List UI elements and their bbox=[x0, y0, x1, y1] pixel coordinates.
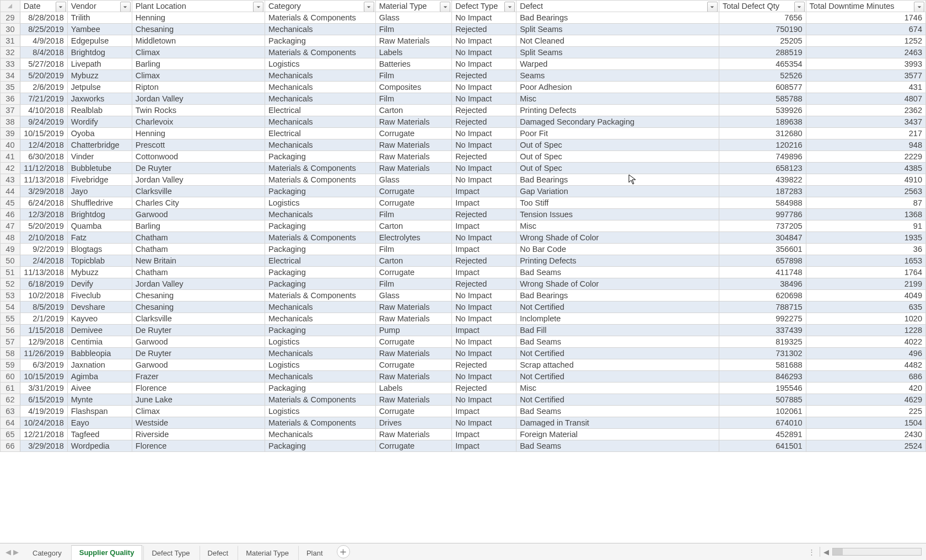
cell-defect_type[interactable]: No Impact bbox=[452, 417, 516, 429]
cell-defect[interactable]: Printing Defects bbox=[516, 255, 719, 267]
cell-qty[interactable]: 439822 bbox=[719, 174, 806, 186]
cell-category[interactable]: Materials & Components bbox=[265, 232, 376, 244]
cell-defect_type[interactable]: No Impact bbox=[452, 174, 516, 186]
cell-vendor[interactable]: Jaxworks bbox=[67, 93, 132, 105]
cell-defect[interactable]: Not Certified bbox=[516, 394, 719, 406]
cell-material[interactable]: Corrugate bbox=[375, 128, 452, 139]
cell-vendor[interactable]: Bubbletube bbox=[67, 163, 132, 174]
cell-category[interactable]: Logistics bbox=[265, 336, 376, 348]
table-row[interactable]: 4211/12/2018BubbletubeDe RuyterMaterials… bbox=[1, 163, 926, 174]
cell-vendor[interactable]: Fatz bbox=[67, 232, 132, 244]
cell-defect_type[interactable]: Rejected bbox=[452, 209, 516, 220]
cell-downtime[interactable]: 2563 bbox=[806, 186, 925, 197]
cell-defect[interactable]: Poor Fit bbox=[516, 128, 719, 139]
cell-plant[interactable]: Barling bbox=[132, 220, 265, 232]
table-row[interactable]: 308/25/2019YambeeChesaningMechanicalsFil… bbox=[1, 24, 926, 35]
cell-plant[interactable]: Ripton bbox=[132, 82, 265, 93]
cell-vendor[interactable]: Chatterbridge bbox=[67, 139, 132, 151]
cell-plant[interactable]: Middletown bbox=[132, 35, 265, 47]
cell-qty[interactable]: 25205 bbox=[719, 35, 806, 47]
cell-qty[interactable]: 539926 bbox=[719, 105, 806, 116]
cell-defect_type[interactable]: Rejected bbox=[452, 383, 516, 394]
cell-defect[interactable]: Split Seams bbox=[516, 47, 719, 58]
cell-material[interactable]: Labels bbox=[375, 383, 452, 394]
sheet-tab[interactable]: Category bbox=[24, 546, 70, 560]
cell-downtime[interactable]: 91 bbox=[806, 220, 925, 232]
filter-dropdown-icon[interactable] bbox=[504, 2, 515, 12]
table-row[interactable]: 389/24/2019WordifyCharlevoixMechanicalsR… bbox=[1, 116, 926, 128]
cell-date[interactable]: 3/31/2019 bbox=[20, 383, 67, 394]
row-number[interactable]: 37 bbox=[1, 105, 20, 116]
scroll-left-icon[interactable]: ◀ bbox=[823, 548, 829, 556]
cell-category[interactable]: Materials & Components bbox=[265, 163, 376, 174]
cell-plant[interactable]: Cottonwood bbox=[132, 151, 265, 163]
cell-plant[interactable]: Charles City bbox=[132, 197, 265, 209]
cell-category[interactable]: Logistics bbox=[265, 197, 376, 209]
cell-category[interactable]: Mechanicals bbox=[265, 82, 376, 93]
table-row[interactable]: 314/9/2018EdgepulseMiddletownPackagingRa… bbox=[1, 35, 926, 47]
table-row[interactable]: 6010/15/2019AgimbaFrazerMechanicalsRaw M… bbox=[1, 371, 926, 383]
cell-qty[interactable]: 608577 bbox=[719, 82, 806, 93]
cell-category[interactable]: Packaging bbox=[265, 325, 376, 336]
table-row[interactable]: 526/18/2019DevifyJordan ValleyPackagingF… bbox=[1, 278, 926, 290]
cell-material[interactable]: Raw Materials bbox=[375, 301, 452, 313]
cell-date[interactable]: 3/29/2018 bbox=[20, 440, 67, 452]
cell-vendor[interactable]: Mybuzz bbox=[67, 267, 132, 278]
cell-date[interactable]: 11/12/2018 bbox=[20, 163, 67, 174]
table-row[interactable]: 613/31/2019AiveeFlorencePackagingLabelsR… bbox=[1, 383, 926, 394]
table-row[interactable]: 596/3/2019JaxnationGarwoodLogisticsCorru… bbox=[1, 359, 926, 371]
cell-plant[interactable]: Jordan Valley bbox=[132, 93, 265, 105]
cell-vendor[interactable]: Oyoba bbox=[67, 128, 132, 139]
cell-plant[interactable]: Westside bbox=[132, 417, 265, 429]
table-row[interactable]: 5111/13/2018MybuzzChathamPackagingCorrug… bbox=[1, 267, 926, 278]
column-header-vendor[interactable]: Vendor bbox=[67, 1, 132, 12]
table-row[interactable]: 6512/21/2018TagfeedRiversideMechanicalsR… bbox=[1, 429, 926, 440]
cell-date[interactable]: 10/24/2018 bbox=[20, 417, 67, 429]
cell-defect_type[interactable]: No Impact bbox=[452, 139, 516, 151]
cell-material[interactable]: Raw Materials bbox=[375, 35, 452, 47]
cell-category[interactable]: Mechanicals bbox=[265, 371, 376, 383]
cell-vendor[interactable]: Wordify bbox=[67, 116, 132, 128]
cell-defect[interactable]: Not Certified bbox=[516, 348, 719, 359]
cell-defect_type[interactable]: No Impact bbox=[452, 371, 516, 383]
table-row[interactable]: 352/6/2019JetpulseRiptonMechanicalsCompo… bbox=[1, 82, 926, 93]
cell-downtime[interactable]: 431 bbox=[806, 82, 925, 93]
cell-qty[interactable]: 584988 bbox=[719, 197, 806, 209]
table-row[interactable]: 298/28/2018TrilithHenningMaterials & Com… bbox=[1, 12, 926, 24]
cell-material[interactable]: Corrugate bbox=[375, 336, 452, 348]
cell-defect_type[interactable]: Rejected bbox=[452, 278, 516, 290]
cell-vendor[interactable]: Livepath bbox=[67, 58, 132, 70]
cell-material[interactable]: Corrugate bbox=[375, 406, 452, 417]
cell-defect_type[interactable]: No Impact bbox=[452, 93, 516, 105]
cell-date[interactable]: 10/2/2018 bbox=[20, 290, 67, 301]
cell-downtime[interactable]: 4629 bbox=[806, 394, 925, 406]
cell-defect[interactable]: Tension Issues bbox=[516, 209, 719, 220]
sheet-tab[interactable]: Defect bbox=[200, 546, 237, 560]
cell-downtime[interactable]: 225 bbox=[806, 406, 925, 417]
data-table[interactable]: DateVendorPlant LocationCategoryMaterial… bbox=[0, 0, 926, 452]
sheet-tab[interactable]: Plant bbox=[298, 546, 331, 560]
cell-defect_type[interactable]: Impact bbox=[452, 325, 516, 336]
cell-defect[interactable]: Bad Bearings bbox=[516, 174, 719, 186]
cell-plant[interactable]: Chesaning bbox=[132, 24, 265, 35]
row-number[interactable]: 41 bbox=[1, 151, 20, 163]
cell-material[interactable]: Film bbox=[375, 209, 452, 220]
table-row[interactable]: 499/2/2019BlogtagsChathamPackagingFilmIm… bbox=[1, 244, 926, 255]
cell-category[interactable]: Logistics bbox=[265, 359, 376, 371]
cell-plant[interactable]: Chatham bbox=[132, 232, 265, 244]
cell-qty[interactable]: 187283 bbox=[719, 186, 806, 197]
cell-date[interactable]: 10/15/2019 bbox=[20, 128, 67, 139]
cell-material[interactable]: Electrolytes bbox=[375, 232, 452, 244]
cell-plant[interactable]: Climax bbox=[132, 406, 265, 417]
cell-defect_type[interactable]: Impact bbox=[452, 197, 516, 209]
cell-category[interactable]: Electrical bbox=[265, 128, 376, 139]
cell-defect_type[interactable]: No Impact bbox=[452, 128, 516, 139]
cell-material[interactable]: Raw Materials bbox=[375, 151, 452, 163]
table-row[interactable]: 502/4/2018TopicblabNew BritainElectrical… bbox=[1, 255, 926, 267]
cell-defect[interactable]: Not Certified bbox=[516, 371, 719, 383]
cell-date[interactable]: 9/2/2019 bbox=[20, 244, 67, 255]
row-number[interactable]: 36 bbox=[1, 93, 20, 105]
row-number[interactable]: 64 bbox=[1, 417, 20, 429]
row-number[interactable]: 38 bbox=[1, 116, 20, 128]
table-row[interactable]: 634/19/2019FlashspanClimaxLogisticsCorru… bbox=[1, 406, 926, 417]
